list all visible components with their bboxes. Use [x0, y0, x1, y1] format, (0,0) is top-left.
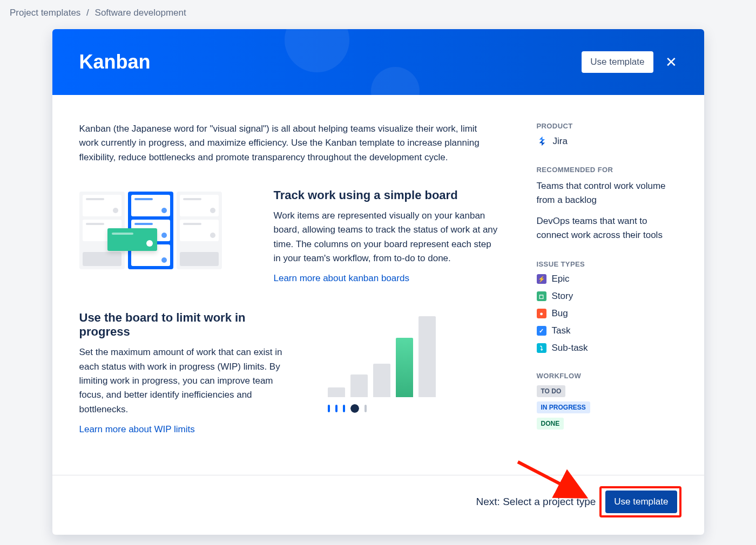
product-block: PRODUCT Jira — [537, 122, 677, 147]
use-template-button-top[interactable]: Use template — [582, 51, 653, 73]
workflow-block: WORKFLOW TO DO IN PROGRESS DONE — [537, 372, 677, 434]
breadcrumb: Project templates / Software development — [0, 0, 756, 26]
recommended-block: RECOMMENDED FOR Teams that control work … — [537, 166, 677, 242]
breadcrumb-sep: / — [86, 8, 89, 18]
wip-chart-illustration — [328, 311, 447, 417]
use-template-button-bottom[interactable]: Use template — [605, 491, 677, 513]
footer: Next: Select a project type Use template — [52, 475, 704, 535]
issue-type-bug: ●Bug — [537, 308, 677, 319]
template-modal: Kanban Use template ✕ Kanban (the Japane… — [52, 29, 704, 535]
story-icon: ◻ — [537, 291, 546, 301]
workflow-status-inprogress: IN PROGRESS — [537, 401, 590, 413]
breadcrumb-root[interactable]: Project templates — [10, 8, 80, 18]
issue-types-block: ISSUE TYPES ⚡Epic ◻Story ●Bug ✓Task ⤵Sub… — [537, 260, 677, 353]
workflow-status-todo: TO DO — [537, 385, 566, 397]
product-label: PRODUCT — [537, 122, 677, 130]
page-title: Kanban — [79, 51, 151, 73]
recommended-item: DevOps teams that want to connect work a… — [537, 214, 677, 242]
issue-type-task: ✓Task — [537, 325, 677, 336]
template-description: Kanban (the Japanese word for "visual si… — [79, 122, 499, 165]
workflow-status-done: DONE — [537, 418, 564, 430]
learn-more-wip-link[interactable]: Learn more about WIP limits — [79, 424, 195, 434]
hero: Kanban Use template ✕ — [52, 29, 704, 95]
feature-title: Use the board to limit work in progress — [79, 311, 295, 339]
subtask-icon: ⤵ — [537, 343, 546, 353]
task-icon: ✓ — [537, 326, 546, 336]
jira-icon — [537, 135, 549, 147]
product-name: Jira — [553, 136, 568, 147]
recommended-label: RECOMMENDED FOR — [537, 166, 677, 174]
workflow-label: WORKFLOW — [537, 372, 677, 380]
feature-body: Work items are represented visually on y… — [274, 209, 499, 265]
issue-type-epic: ⚡Epic — [537, 274, 677, 284]
close-icon[interactable]: ✕ — [665, 55, 677, 69]
learn-more-boards-link[interactable]: Learn more about kanban boards — [274, 273, 409, 283]
feature-title: Track work using a simple board — [274, 188, 499, 202]
next-step-text: Next: Select a project type — [476, 496, 596, 508]
feature-body: Set the maximum amount of work that can … — [79, 345, 295, 417]
issue-type-subtask: ⤵Sub-task — [537, 343, 677, 353]
issue-types-label: ISSUE TYPES — [537, 260, 677, 268]
recommended-item: Teams that control work volume from a ba… — [537, 179, 677, 207]
bug-icon: ● — [537, 309, 546, 318]
epic-icon: ⚡ — [537, 274, 546, 284]
feature-track-work: Track work using a simple board Work ite… — [79, 188, 499, 284]
kanban-board-illustration — [79, 188, 241, 269]
breadcrumb-current: Software development — [95, 8, 186, 18]
feature-wip-limits: Use the board to limit work in progress … — [79, 311, 499, 435]
issue-type-story: ◻Story — [537, 291, 677, 302]
